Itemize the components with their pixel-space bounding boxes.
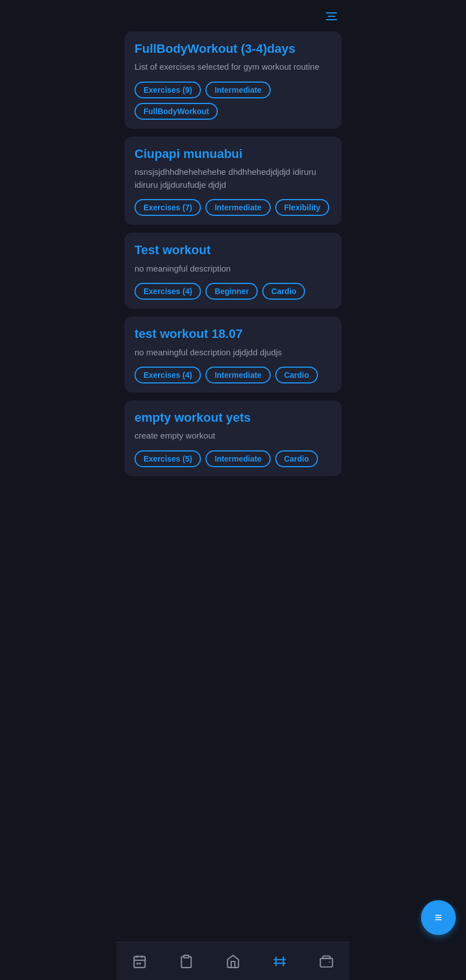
workout-card-1[interactable]: FullBodyWorkout (3-4)daysList of exercis… xyxy=(124,31,342,129)
workout-list: FullBodyWorkout (3-4)daysList of exercis… xyxy=(116,27,349,521)
card-title: Test workout xyxy=(135,243,331,258)
card-description: create empty workout xyxy=(135,430,331,442)
workout-card-5[interactable]: empty workout yetscreate empty workoutEx… xyxy=(124,400,342,476)
tag-intermediate[interactable]: Intermediate xyxy=(205,82,270,98)
tag-intermediate[interactable]: Intermediate xyxy=(205,367,270,383)
filter-button[interactable] xyxy=(324,10,339,22)
tag-intermediate[interactable]: Intermediate xyxy=(205,199,270,216)
tag-exercises--5-[interactable]: Exercises (5) xyxy=(135,450,201,467)
workout-card-4[interactable]: test workout 18.07no meaningful descript… xyxy=(124,317,342,392)
card-tags: Exercises (9)IntermediateFullBodyWorkout xyxy=(135,82,331,120)
top-bar xyxy=(116,0,349,27)
card-tags: Exercises (4)IntermediateCardio xyxy=(135,367,331,383)
card-description: nsnsjsjdhhdhehehehehe dhdhhehedjdjdjd id… xyxy=(135,166,331,191)
tag-exercises--4-[interactable]: Exercises (4) xyxy=(135,283,201,300)
tag-cardio[interactable]: Cardio xyxy=(262,283,305,300)
tag-flexibility[interactable]: Flexibility xyxy=(275,199,330,216)
tag-intermediate[interactable]: Intermediate xyxy=(205,450,270,467)
card-description: List of exercises selected for gym worko… xyxy=(135,61,331,74)
tag-exercises--9-[interactable]: Exercises (9) xyxy=(135,82,201,98)
tag-cardio[interactable]: Cardio xyxy=(275,450,318,467)
card-description: no meaningful description jdjdjdd djudjs xyxy=(135,346,331,359)
card-title: test workout 18.07 xyxy=(135,327,331,341)
tag-exercises--7-[interactable]: Exercises (7) xyxy=(135,199,201,216)
card-title: FullBodyWorkout (3-4)days xyxy=(135,42,331,56)
card-title: Ciupapi munuabui xyxy=(135,147,331,161)
card-title: empty workout yets xyxy=(135,410,331,425)
card-tags: Exercises (5)IntermediateCardio xyxy=(135,450,331,467)
workout-card-2[interactable]: Ciupapi munuabuinsnsjsjdhhdhehehehehe dh… xyxy=(124,137,342,225)
card-tags: Exercises (7)IntermediateFlexibility xyxy=(135,199,331,216)
tag-fullbodyworkout[interactable]: FullBodyWorkout xyxy=(135,103,218,120)
card-description: no meaningful description xyxy=(135,263,331,276)
tag-beginner[interactable]: Beginner xyxy=(205,283,258,300)
tag-cardio[interactable]: Cardio xyxy=(275,367,318,383)
tag-exercises--4-[interactable]: Exercises (4) xyxy=(135,367,201,383)
workout-card-3[interactable]: Test workoutno meaningful descriptionExe… xyxy=(124,233,342,309)
card-tags: Exercises (4)BeginnerCardio xyxy=(135,283,331,300)
